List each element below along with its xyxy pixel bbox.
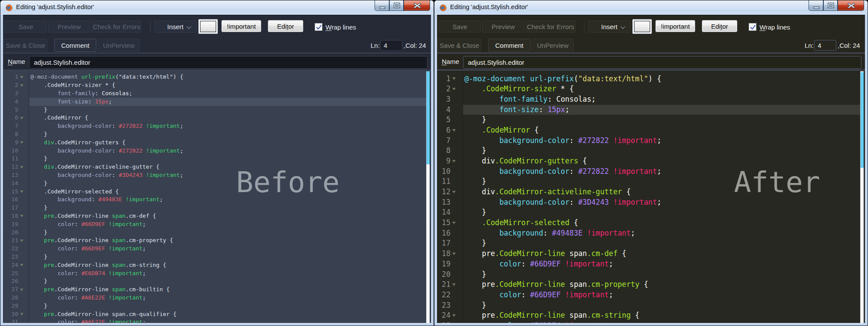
code-line[interactable]: font-family: Consolas; (30, 90, 132, 98)
code-line[interactable]: pre.CodeMirror-line span.cm-string { (30, 261, 166, 269)
code-line[interactable]: color: #66D9EF !important; (30, 245, 146, 253)
code-line[interactable]: .CodeMirror-sizer * { (30, 81, 115, 90)
code-line[interactable]: color: #66D9EF !important; (464, 259, 613, 269)
code-line[interactable]: div.CodeMirror-activeline-gutter { (464, 187, 631, 197)
fold-arrow-icon[interactable] (20, 84, 23, 87)
code-line[interactable]: .CodeMirror { (464, 125, 539, 136)
code-line[interactable]: } (30, 180, 47, 188)
close-button[interactable] (838, 0, 864, 11)
preview-button[interactable]: Preview (482, 20, 524, 33)
fold-arrow-icon[interactable] (452, 129, 456, 132)
code-line[interactable]: @-moz-document url-prefix("data:text/htm… (30, 73, 183, 81)
code-line[interactable]: pre.CodeMirror-line span.cm-property { (464, 279, 648, 290)
color-swatch-button[interactable] (198, 19, 218, 34)
code-area[interactable]: @-moz-document url-prefix("data:text/htm… (29, 70, 426, 323)
code-line[interactable]: } (30, 130, 47, 139)
save-and-close-button[interactable]: Save & Close (437, 39, 481, 52)
save-and-close-button[interactable]: Save & Close (3, 39, 47, 52)
code-line[interactable]: background-color: #272822 !important; (464, 166, 661, 177)
fold-arrow-icon[interactable] (452, 283, 456, 286)
wrap-lines-checkbox[interactable] (315, 23, 322, 31)
code-line[interactable]: color: #A6E22E !important; (30, 294, 146, 302)
code-line[interactable]: pre.CodeMirror-line span.cm-def { (464, 249, 626, 259)
code-line[interactable]: .CodeMirror-sizer * { (464, 84, 574, 94)
code-line[interactable]: color: #A6E22E !important; (30, 318, 146, 323)
code-line[interactable]: } (30, 277, 47, 286)
check-for-errors-button[interactable]: Check for Errors (526, 20, 575, 33)
fold-arrow-icon[interactable] (452, 314, 456, 317)
code-line[interactable]: div.CodeMirror-gutters { (30, 139, 125, 147)
important-button[interactable]: !important (221, 20, 261, 32)
insert-dropdown[interactable]: Insert (588, 20, 631, 33)
save-button[interactable]: Save (5, 20, 47, 33)
code-line[interactable]: font-size: 15px; (464, 105, 569, 115)
code-line[interactable]: } (464, 269, 486, 280)
code-line[interactable]: @-moz-document url-prefix("data:text/htm… (464, 74, 661, 84)
fold-arrow-icon[interactable] (20, 313, 23, 316)
code-line[interactable]: .CodeMirror-selected { (30, 188, 119, 196)
scrollbar-thumb[interactable] (427, 71, 430, 164)
code-line[interactable]: } (464, 146, 486, 156)
code-line[interactable]: color: #E6DB74 !important; (30, 269, 146, 278)
editor-button[interactable]: Editor (702, 20, 737, 32)
code-line[interactable]: } (464, 238, 486, 249)
code-line[interactable]: color: #66D9EF !important; (30, 220, 146, 229)
color-swatch-button[interactable] (632, 19, 652, 34)
code-line[interactable]: font-size: 15px; (30, 98, 112, 106)
maximize-button[interactable] (823, 0, 838, 11)
fold-arrow-icon[interactable] (20, 166, 23, 169)
wrap-lines-checkbox[interactable] (749, 23, 756, 31)
code-line[interactable]: background-color: #272822 !important; (30, 122, 183, 130)
fold-arrow-icon[interactable] (452, 222, 456, 224)
fold-arrow-icon[interactable] (452, 191, 456, 193)
fold-arrow-icon[interactable] (20, 117, 23, 120)
code-line[interactable]: pre.CodeMirror-line span.cm-property { (30, 236, 173, 245)
fold-arrow-icon[interactable] (452, 253, 456, 255)
code-line[interactable]: color: #66D9EF !important; (464, 290, 613, 300)
comment-button[interactable]: Comment (488, 39, 530, 52)
unperview-button[interactable]: UnPerview (98, 39, 140, 52)
code-line[interactable]: } (30, 253, 47, 261)
code-line[interactable]: } (30, 204, 47, 212)
fold-arrow-icon[interactable] (20, 76, 23, 79)
preview-button[interactable]: Preview (48, 20, 90, 33)
code-line[interactable]: } (30, 229, 47, 237)
codemirror-editor[interactable]: 1234567891011121314151617181920212223242… (3, 70, 431, 323)
minimize-button[interactable] (809, 0, 823, 11)
code-line[interactable]: } (30, 302, 47, 310)
code-line[interactable]: font-family: Consolas; (464, 94, 596, 105)
code-line[interactable]: .CodeMirror { (30, 114, 88, 122)
code-line[interactable]: background-color: #3D4243 !important; (30, 171, 183, 180)
code-line[interactable]: background: #49483E !important; (30, 196, 163, 204)
code-line[interactable]: color: #E6DB74 !important; (464, 321, 613, 323)
code-line[interactable]: background-color: #272822 !important; (464, 136, 661, 146)
line-number-input[interactable] (380, 40, 402, 51)
save-button[interactable]: Save (439, 20, 481, 33)
code-line[interactable]: .CodeMirror-selected { (464, 218, 578, 228)
editor-scrollbar[interactable] (426, 71, 430, 323)
line-number-input[interactable] (814, 40, 836, 51)
insert-dropdown[interactable]: Insert (154, 20, 197, 33)
maximize-button[interactable] (389, 0, 404, 11)
code-line[interactable]: pre.CodeMirror-line span.cm-builtin { (30, 286, 170, 294)
fold-arrow-icon[interactable] (20, 215, 23, 217)
code-line[interactable]: background-color: #272822 !important; (30, 147, 183, 155)
comment-button[interactable]: Comment (54, 39, 96, 52)
scrollbar-thumb[interactable] (861, 72, 864, 168)
code-line[interactable]: } (464, 300, 486, 311)
minimize-button[interactable] (375, 0, 389, 11)
unperview-button[interactable]: UnPerview (532, 39, 574, 52)
fold-arrow-icon[interactable] (20, 141, 23, 144)
editor-button[interactable]: Editor (268, 20, 303, 32)
fold-arrow-icon[interactable] (452, 88, 456, 90)
titlebar[interactable]: Editing 'adjust.Stylish.editor' (434, 0, 868, 15)
close-button[interactable] (404, 0, 430, 11)
code-line[interactable]: } (464, 207, 486, 218)
code-line[interactable]: } (464, 176, 486, 187)
check-for-errors-button[interactable]: Check for Errors (92, 20, 141, 33)
titlebar[interactable]: Editing 'adjust.Stylish.editor' (0, 0, 434, 15)
fold-arrow-icon[interactable] (452, 77, 456, 80)
fold-arrow-icon[interactable] (452, 160, 456, 163)
name-input[interactable] (463, 56, 861, 69)
fold-arrow-icon[interactable] (20, 190, 23, 193)
